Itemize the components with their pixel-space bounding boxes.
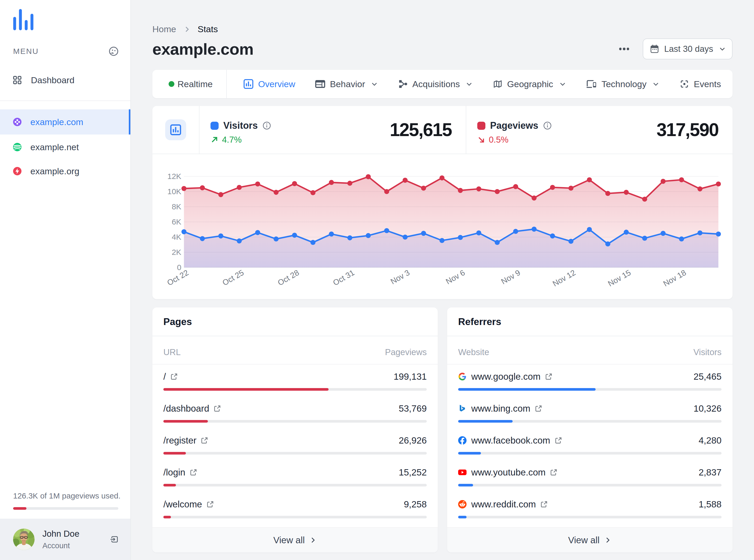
svg-text:Nov 3: Nov 3 xyxy=(389,268,411,286)
svg-text:Nov 12: Nov 12 xyxy=(551,268,577,288)
svg-text:Nov 15: Nov 15 xyxy=(606,268,632,288)
svg-text:Nov 6: Nov 6 xyxy=(444,268,466,286)
svg-text:Oct 28: Oct 28 xyxy=(276,268,301,287)
svg-text:12K: 12K xyxy=(167,172,181,181)
svg-text:6K: 6K xyxy=(172,218,181,226)
svg-text:Nov 9: Nov 9 xyxy=(500,268,522,286)
svg-text:Oct 25: Oct 25 xyxy=(221,268,245,287)
svg-text:2K: 2K xyxy=(172,248,181,257)
svg-text:8K: 8K xyxy=(172,202,181,211)
svg-text:4K: 4K xyxy=(172,233,181,241)
svg-text:Nov 18: Nov 18 xyxy=(662,268,688,288)
svg-text:10K: 10K xyxy=(167,187,181,196)
svg-text:0: 0 xyxy=(177,263,181,272)
svg-text:Oct 31: Oct 31 xyxy=(331,268,356,287)
